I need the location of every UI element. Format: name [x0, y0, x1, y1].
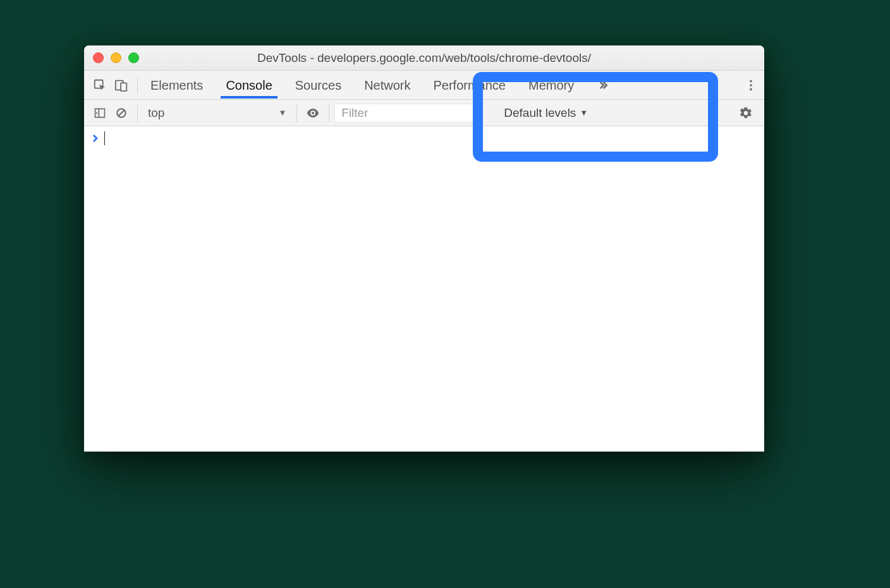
levels-label: Default levels: [504, 106, 576, 120]
console-prompt[interactable]: [92, 131, 757, 145]
svg-point-3: [750, 80, 752, 82]
chevron-down-icon: ▼: [580, 108, 588, 117]
filter-input[interactable]: Filter: [334, 104, 480, 123]
log-levels-dropdown[interactable]: Default levels ▼: [504, 106, 588, 120]
devtools-window: DevTools - developers.google.com/web/too…: [84, 45, 764, 452]
titlebar: DevTools - developers.google.com/web/too…: [84, 45, 764, 71]
tab-network[interactable]: Network: [362, 72, 413, 98]
svg-line-9: [118, 110, 125, 116]
context-label: top: [148, 106, 164, 120]
gear-icon[interactable]: [735, 102, 757, 124]
clear-console-icon[interactable]: [111, 102, 132, 124]
divider: [296, 104, 297, 122]
traffic-lights: [93, 52, 139, 63]
divider: [329, 104, 329, 122]
tab-performance[interactable]: Performance: [431, 72, 509, 98]
zoom-window-button[interactable]: [128, 52, 139, 63]
tab-elements[interactable]: Elements: [148, 72, 205, 98]
console-toolbar: top ▼ Filter Default levels ▼: [84, 100, 764, 126]
context-selector[interactable]: top ▼: [143, 104, 291, 123]
tab-strip: Elements Console Sources Network Perform…: [84, 71, 764, 100]
text-cursor: [104, 131, 105, 145]
divider: [137, 76, 138, 94]
kebab-menu[interactable]: [744, 71, 758, 99]
close-window-button[interactable]: [93, 52, 104, 63]
tabs: Elements Console Sources Network Perform…: [148, 71, 612, 99]
inspect-icon[interactable]: [89, 75, 111, 96]
svg-point-5: [750, 88, 752, 90]
device-toggle-icon[interactable]: [111, 75, 132, 96]
prompt-chevron-icon: [92, 134, 99, 143]
divider: [137, 104, 138, 122]
svg-rect-2: [121, 83, 126, 91]
tab-memory[interactable]: Memory: [526, 72, 576, 98]
console-sidebar-icon[interactable]: [89, 102, 111, 124]
more-tabs-icon[interactable]: [594, 75, 612, 96]
chevron-down-icon: ▼: [278, 108, 286, 117]
console-body[interactable]: [84, 126, 764, 452]
tab-sources[interactable]: Sources: [293, 72, 344, 98]
svg-point-4: [750, 84, 752, 87]
filter-placeholder: Filter: [341, 106, 368, 120]
svg-point-10: [312, 112, 314, 114]
window-title: DevTools - developers.google.com/web/too…: [84, 51, 764, 65]
live-expression-icon[interactable]: [302, 102, 324, 124]
tab-console[interactable]: Console: [223, 72, 274, 98]
minimize-window-button[interactable]: [111, 52, 121, 63]
